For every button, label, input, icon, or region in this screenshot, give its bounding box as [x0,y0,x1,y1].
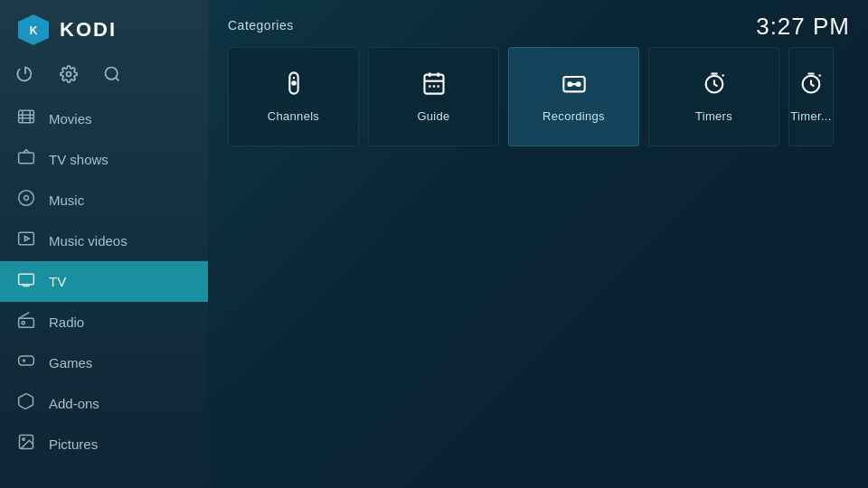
svg-rect-6 [19,153,34,164]
categories-heading: Categories [228,18,848,33]
svg-rect-9 [19,232,34,244]
svg-point-2 [67,72,71,77]
svg-text:K: K [30,24,38,37]
tv-icon [16,270,36,293]
sidebar-item-music-videos[interactable]: Music videos [0,221,208,261]
sidebar-label-movies: Movies [49,111,92,127]
clock-display: 3:27 PM [756,13,850,41]
svg-rect-11 [19,274,34,285]
sidebar-item-movies[interactable]: Movies [0,99,208,139]
sidebar-item-tv[interactable]: TV [0,261,208,302]
category-label-recordings: Recordings [542,109,605,123]
timers2-icon [798,70,824,100]
svg-rect-23 [424,75,443,94]
channels-icon [281,70,307,100]
settings-icon[interactable] [60,65,78,88]
svg-rect-15 [19,318,34,327]
top-icons-bar [0,60,208,99]
main-content: 3:27 PM Categories Channels Guide Record… [208,0,868,488]
sidebar-item-pictures[interactable]: Pictures [0,424,208,465]
svg-rect-5 [19,110,34,122]
app-title: KODI [60,18,117,42]
category-label-channels: Channels [268,109,319,123]
category-card-guide[interactable]: Guide [368,47,499,146]
category-card-channels[interactable]: Channels [228,47,359,146]
movies-icon [16,108,36,130]
svg-point-7 [19,191,34,206]
svg-rect-28 [432,85,434,87]
svg-line-4 [116,78,119,81]
logo-area: K KODI [0,0,208,60]
svg-marker-10 [24,237,29,241]
svg-point-3 [106,68,118,80]
sidebar-label-tv: TV [49,274,66,289]
sidebar-item-music[interactable]: Music [0,180,208,221]
sidebar-label-music: Music [49,192,84,208]
svg-point-19 [23,438,24,441]
category-label-timers2: Timer... [790,109,831,123]
music-videos-icon [16,230,36,252]
category-grid: Channels Guide Recordings Timers Timer..… [228,47,848,146]
sidebar-label-radio: Radio [49,314,84,330]
kodi-logo-icon: K [16,13,51,47]
search-icon[interactable] [103,65,121,88]
svg-rect-27 [429,85,430,87]
svg-rect-29 [437,85,439,87]
nav-list: Movies TV shows Music Music videos TV Ra… [0,99,208,465]
sidebar-item-radio[interactable]: Radio [0,302,208,343]
sidebar-item-tv-shows[interactable]: TV shows [0,139,208,180]
sidebar-item-add-ons[interactable]: Add-ons [0,383,208,424]
svg-rect-17 [19,356,34,365]
sidebar: K KODI Movies TV shows M [0,0,208,488]
tv-shows-icon [16,148,36,171]
category-card-timers[interactable]: Timers [648,47,779,146]
category-card-timers2[interactable]: Timer... [788,47,834,146]
sidebar-item-games[interactable]: Games [0,343,208,383]
games-icon [16,352,36,374]
power-icon[interactable] [16,65,34,88]
pictures-icon [16,433,36,455]
sidebar-label-pictures: Pictures [49,436,98,452]
category-label-timers: Timers [695,109,732,123]
sidebar-label-add-ons: Add-ons [49,396,99,411]
category-card-recordings[interactable]: Recordings [508,47,639,146]
music-icon [16,189,36,211]
sidebar-label-tv-shows: TV shows [49,152,108,167]
timers-icon [702,70,727,100]
svg-point-22 [292,81,296,85]
sidebar-label-games: Games [49,355,92,371]
radio-icon [16,311,36,333]
svg-point-8 [24,196,29,201]
category-label-guide: Guide [417,109,449,123]
svg-point-16 [22,322,24,324]
recordings-icon [561,70,587,100]
add-ons-icon [16,392,36,415]
sidebar-label-music-videos: Music videos [49,233,127,249]
guide-icon [421,70,447,100]
